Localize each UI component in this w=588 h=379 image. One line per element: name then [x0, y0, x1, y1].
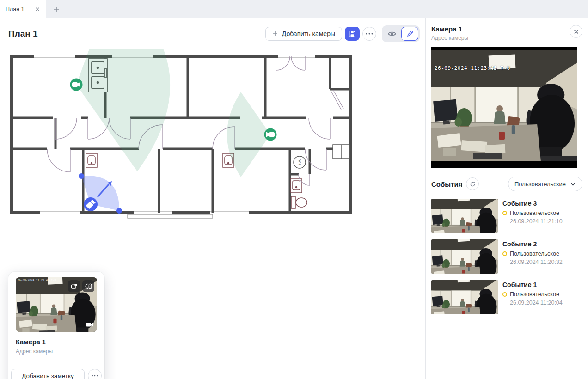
close-icon	[574, 29, 579, 34]
ellipsis-icon	[366, 33, 373, 35]
event-type-icon	[502, 251, 507, 256]
event-title: Событие 1	[502, 281, 563, 288]
plan-editor: План 1 Добавить камеры	[0, 18, 425, 379]
event-type-label: Пользовательское	[510, 251, 559, 257]
camera-cone-green-1	[76, 49, 170, 171]
event-title: Событие 3	[502, 200, 563, 207]
add-tab-button[interactable]	[46, 0, 67, 18]
picture-in-picture-icon	[70, 282, 78, 290]
compare-view-icon	[85, 282, 92, 290]
event-thumbnail[interactable]	[431, 239, 498, 274]
pencil-icon	[406, 30, 414, 38]
add-note-label: Добавить заметку	[22, 373, 74, 379]
add-note-button[interactable]: Добавить заметку	[11, 369, 85, 379]
water-heater-label: WH	[298, 159, 301, 165]
event-type-icon	[502, 292, 507, 297]
event-type-icon	[502, 211, 507, 215]
open-in-window-button[interactable]	[68, 280, 80, 292]
cone-handle-right[interactable]	[116, 208, 122, 214]
page-title: План 1	[8, 29, 38, 39]
refresh-events-button[interactable]	[466, 177, 479, 190]
camera-side-panel: Камера 1 Адрес камеры 26-09-2024 11:23:4…	[425, 18, 588, 379]
event-thumbnail[interactable]	[431, 280, 498, 314]
plus-icon	[272, 31, 278, 37]
panel-close-button[interactable]	[570, 25, 582, 38]
floppy-disk-icon	[348, 29, 357, 38]
event-timestamp: 26.09.2024 11:20:04	[502, 300, 563, 306]
camera-popup-card: 26-09-2024 11:23:45 T-U	[8, 272, 104, 379]
event-row[interactable]: Событие 1 Пользовательское 26.09.2024 11…	[431, 280, 582, 314]
popup-camera-title: Камера 1	[16, 338, 102, 346]
tab-plan-1[interactable]: План 1	[0, 0, 46, 18]
event-title: Событие 2	[502, 240, 563, 248]
event-snapshot	[431, 280, 498, 314]
event-row[interactable]: Событие 3 Пользовательское 26.09.2024 11…	[431, 199, 582, 233]
camera-marker-selected[interactable]	[84, 197, 98, 211]
tab-close-button[interactable]	[33, 5, 42, 13]
panel-camera-address: Адрес камеры	[431, 35, 468, 41]
popup-more-button[interactable]	[88, 369, 102, 379]
panel-camera-title: Камера 1	[431, 25, 468, 33]
refresh-icon	[469, 181, 476, 188]
ellipsis-icon	[92, 375, 98, 377]
cone-handle-left[interactable]	[79, 173, 84, 179]
plan-more-button[interactable]	[362, 27, 376, 41]
event-filter-value: Пользовательские	[514, 181, 566, 188]
plus-icon	[54, 6, 59, 12]
save-button[interactable]	[345, 27, 360, 41]
event-type-label: Пользовательское	[510, 210, 559, 216]
event-thumbnail[interactable]	[431, 199, 498, 233]
event-snapshot	[431, 199, 498, 233]
add-cameras-button[interactable]: Добавить камеры	[265, 27, 342, 41]
event-type-label: Пользовательское	[510, 291, 559, 298]
preview-timestamp: 26-09-2024 11:23:45 T-U	[435, 65, 510, 71]
events-list: Событие 3 Пользовательское 26.09.2024 11…	[426, 191, 588, 314]
camera-popup-thumbnail[interactable]: 26-09-2024 11:23:45 T-U	[16, 277, 97, 332]
mode-toggle	[382, 25, 420, 42]
split-view-button[interactable]	[82, 280, 94, 292]
eye-icon	[387, 29, 397, 38]
edit-mode-button[interactable]	[401, 27, 418, 41]
event-snapshot	[431, 239, 498, 274]
tab-bar: План 1	[0, 0, 588, 18]
camera-live-preview: 26-09-2024 11:23:45 T-U	[431, 47, 577, 168]
event-filter-dropdown[interactable]: Пользовательские	[508, 177, 582, 191]
chevron-down-icon	[570, 181, 576, 187]
tab-label: План 1	[6, 6, 33, 12]
event-timestamp: 26.09.2024 11:20:32	[502, 259, 563, 265]
camera-marker-green-1[interactable]	[70, 79, 83, 91]
popup-camera-address: Адрес камеры	[16, 348, 102, 355]
camera-marker-green-2[interactable]	[264, 128, 277, 141]
add-cameras-label: Добавить камеры	[282, 30, 335, 37]
events-title: События	[431, 180, 462, 188]
view-mode-button[interactable]	[383, 27, 400, 41]
app-window: План 1 План 1 Добавить камеры	[0, 0, 588, 379]
event-timestamp: 26.09.2024 11:21:10	[502, 218, 563, 225]
popup-timestamp: 26-09-2024 11:23:45 T-U	[18, 278, 56, 281]
close-icon	[35, 7, 40, 12]
video-camera-icon	[86, 320, 93, 329]
event-row[interactable]: Событие 2 Пользовательское 26.09.2024 11…	[431, 239, 582, 274]
floor-plan: WH	[6, 49, 355, 220]
